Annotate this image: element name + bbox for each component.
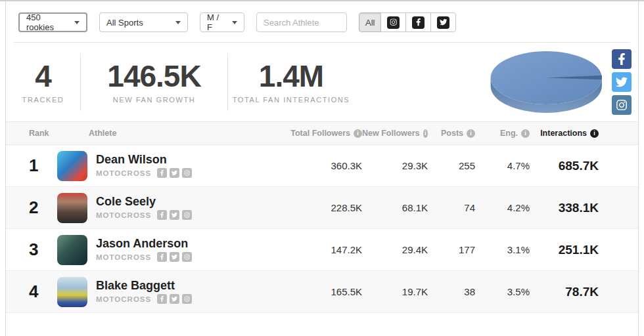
eng-value: 3.5% bbox=[475, 286, 530, 297]
table-row[interactable]: 1 Dean Wilson MOTOCROSS 360.3K 29.3K 255… bbox=[6, 145, 638, 187]
instagram-icon bbox=[387, 16, 400, 29]
stat-tracked-label: TRACKED bbox=[9, 96, 78, 104]
instagram-icon bbox=[182, 210, 192, 220]
new-followers-value: 29.4K bbox=[362, 244, 428, 255]
network-filter-all-button[interactable]: All bbox=[359, 12, 381, 32]
column-header-interactions[interactable]: Interactions bbox=[530, 129, 599, 138]
group-select[interactable]: 450 rookies bbox=[18, 12, 87, 32]
interactions-value: 685.7K bbox=[530, 159, 599, 173]
total-followers-value: 165.5K bbox=[264, 286, 362, 297]
athlete-name: Jason Anderson bbox=[96, 238, 192, 251]
stat-interactions-label: TOTAL FAN INTERACTIONS bbox=[231, 96, 352, 104]
twitter-icon bbox=[170, 294, 179, 304]
athlete-cell: Dean Wilson MOTOCROSS bbox=[57, 151, 264, 181]
group-select-value: 450 rookies bbox=[26, 12, 66, 32]
athlete-sport: MOTOCROSS bbox=[96, 169, 151, 177]
posts-value: 177 bbox=[428, 244, 475, 255]
athlete-avatar bbox=[57, 235, 87, 265]
posts-value: 38 bbox=[428, 286, 475, 297]
stat-interactions: 1.4M TOTAL FAN INTERACTIONS bbox=[228, 60, 354, 103]
athlete-name: Blake Baggett bbox=[96, 280, 192, 293]
interactions-value: 78.7K bbox=[530, 285, 599, 299]
info-icon[interactable] bbox=[590, 129, 599, 138]
facebook-icon bbox=[157, 294, 167, 304]
twitter-icon bbox=[170, 168, 179, 178]
column-header-rank: Rank bbox=[23, 129, 57, 138]
network-filter-instagram-button[interactable] bbox=[380, 12, 406, 32]
stat-tracked: 4 TRACKED bbox=[6, 60, 80, 103]
dashboard-panel: 450 rookies All Sports M / F All bbox=[5, 1, 639, 336]
total-followers-value: 228.5K bbox=[264, 202, 362, 213]
chevron-down-icon bbox=[175, 21, 181, 24]
stat-fan-growth: 146.5K NEW FAN GROWTH bbox=[81, 60, 227, 103]
instagram-icon bbox=[182, 294, 192, 304]
athlete-avatar bbox=[57, 151, 87, 181]
network-legend bbox=[612, 49, 632, 115]
total-followers-value: 147.2K bbox=[264, 244, 362, 255]
gender-select[interactable]: M / F bbox=[200, 12, 244, 32]
twitter-icon[interactable] bbox=[612, 72, 632, 92]
info-icon[interactable] bbox=[521, 129, 530, 138]
column-header-athlete: Athlete bbox=[57, 129, 264, 138]
column-header-total-followers[interactable]: Total Followers bbox=[264, 129, 362, 138]
sport-select-value: All Sports bbox=[106, 18, 143, 28]
eng-value: 4.2% bbox=[475, 202, 530, 213]
interactions-value: 338.1K bbox=[530, 201, 599, 215]
summary-stats: 4 TRACKED 146.5K NEW FAN GROWTH 1.4M TOT… bbox=[6, 43, 638, 121]
facebook-icon[interactable] bbox=[612, 49, 632, 69]
twitter-icon bbox=[170, 210, 179, 220]
athlete-avatar bbox=[57, 193, 87, 223]
athlete-name: Cole Seely bbox=[96, 196, 192, 209]
info-icon[interactable] bbox=[423, 129, 428, 138]
instagram-icon bbox=[182, 168, 192, 178]
new-followers-value: 19.7K bbox=[362, 286, 428, 297]
gender-select-value: M / F bbox=[207, 12, 224, 32]
athlete-cell: Cole Seely MOTOCROSS bbox=[57, 193, 264, 223]
interactions-value: 251.1K bbox=[530, 243, 599, 257]
column-header-eng[interactable]: Eng. bbox=[475, 129, 530, 138]
total-followers-value: 360.3K bbox=[264, 160, 362, 171]
network-filter-group: All bbox=[359, 12, 456, 32]
stat-tracked-value: 4 bbox=[9, 60, 78, 92]
chevron-down-icon bbox=[74, 21, 80, 24]
network-share-chart-area bbox=[488, 45, 632, 119]
table-row[interactable]: 2 Cole Seely MOTOCROSS 228.5K 68.1K 74 4… bbox=[6, 187, 638, 229]
pie-chart bbox=[488, 45, 609, 119]
facebook-icon bbox=[157, 252, 167, 262]
all-button-label: All bbox=[365, 18, 375, 28]
posts-value: 255 bbox=[428, 160, 475, 171]
instagram-icon bbox=[182, 252, 192, 262]
posts-value: 74 bbox=[428, 202, 475, 213]
facebook-icon bbox=[157, 210, 167, 220]
sport-select[interactable]: All Sports bbox=[99, 12, 188, 32]
table-row[interactable]: 3 Jason Anderson MOTOCROSS 147.2K 29.4K … bbox=[6, 229, 638, 271]
eng-value: 4.7% bbox=[475, 160, 530, 171]
athlete-avatar bbox=[57, 277, 87, 307]
athlete-sport: MOTOCROSS bbox=[96, 253, 151, 261]
network-filter-twitter-button[interactable] bbox=[430, 12, 456, 32]
info-icon[interactable] bbox=[354, 129, 362, 138]
rank-value: 2 bbox=[23, 198, 57, 218]
table-row[interactable]: 4 Blake Baggett MOTOCROSS 165.5K 19.7K 3… bbox=[6, 271, 638, 313]
new-followers-value: 68.1K bbox=[362, 202, 428, 213]
eng-value: 3.1% bbox=[475, 244, 530, 255]
column-header-new-followers[interactable]: New Followers bbox=[362, 129, 428, 138]
rank-value: 4 bbox=[23, 282, 57, 302]
column-header-posts[interactable]: Posts bbox=[428, 129, 475, 138]
athlete-cell: Jason Anderson MOTOCROSS bbox=[57, 235, 264, 265]
info-icon[interactable] bbox=[467, 129, 475, 138]
network-filter-facebook-button[interactable] bbox=[405, 12, 431, 32]
table-header: Rank Athlete Total Followers New Followe… bbox=[6, 121, 638, 145]
athlete-cell: Blake Baggett MOTOCROSS bbox=[57, 277, 264, 307]
chevron-down-icon bbox=[232, 21, 237, 24]
search-input[interactable] bbox=[256, 12, 347, 32]
facebook-icon bbox=[157, 168, 167, 178]
stat-fan-growth-label: NEW FAN GROWTH bbox=[83, 96, 225, 104]
athlete-name: Dean Wilson bbox=[96, 154, 192, 167]
stat-fan-growth-value: 146.5K bbox=[83, 60, 225, 92]
rank-value: 3 bbox=[23, 240, 57, 260]
twitter-icon bbox=[437, 16, 449, 29]
rank-value: 1 bbox=[23, 156, 57, 176]
instagram-icon[interactable] bbox=[612, 95, 632, 115]
twitter-icon bbox=[170, 252, 179, 262]
